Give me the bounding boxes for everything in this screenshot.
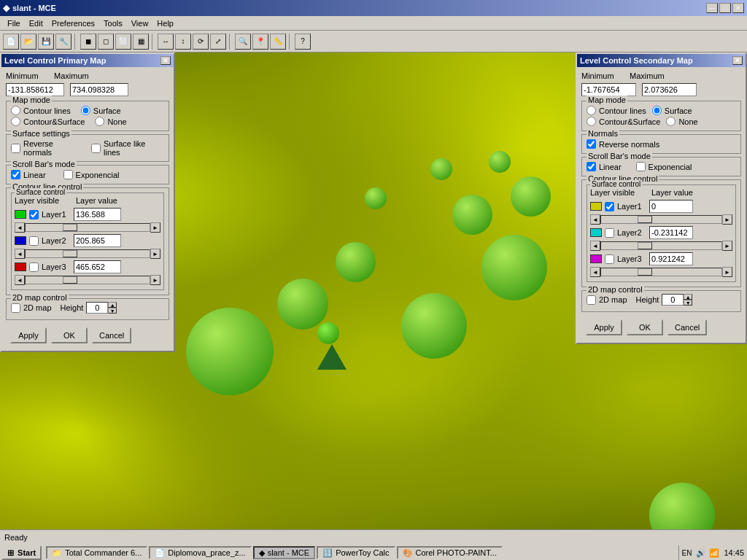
secondary-layer2-color[interactable] (590, 228, 602, 237)
toolbar-new[interactable]: 📄 (3, 34, 19, 50)
menu-edit[interactable]: Edit (25, 18, 47, 29)
primary-layer3-color[interactable] (15, 262, 26, 271)
secondary-layer2-track[interactable] (600, 241, 722, 250)
primary-layer2-track[interactable] (25, 249, 150, 258)
primary-layer3-input[interactable] (74, 260, 121, 273)
taskbar-item-2[interactable]: ◆ slant - MCE (253, 546, 315, 559)
primary-surface-radio[interactable] (81, 106, 90, 115)
secondary-layer3-checkbox[interactable] (605, 254, 614, 264)
taskbar-item-0[interactable]: 📁 Total Commander 6... (46, 546, 147, 559)
primary-exponencial-checkbox[interactable] (63, 170, 73, 179)
secondary-ok-button[interactable]: OK (627, 319, 663, 335)
secondary-layer3-color[interactable] (590, 254, 602, 263)
primary-layer1-track[interactable] (25, 223, 150, 232)
secondary-layer1-track[interactable] (600, 215, 722, 224)
primary-2d-map-checkbox[interactable] (11, 303, 20, 313)
primary-minimum-input[interactable] (6, 83, 64, 96)
toolbar-btn13[interactable]: 🔍 (235, 34, 251, 50)
primary-layer3-scroll-right[interactable]: ► (150, 275, 160, 285)
primary-contour-lines-radio[interactable] (11, 106, 20, 115)
secondary-contour-surface-radio[interactable] (587, 117, 596, 126)
secondary-layer1-scroll-right[interactable]: ► (722, 214, 732, 225)
primary-layer2-checkbox[interactable] (29, 236, 39, 246)
primary-layer1-scroll-left[interactable]: ◄ (15, 222, 25, 233)
secondary-layer3-scroll-left[interactable]: ◄ (590, 267, 600, 277)
toolbar-btn5[interactable]: ◼ (80, 34, 96, 50)
secondary-layer3-scroll-right[interactable]: ► (722, 267, 732, 277)
toolbar-btn4[interactable]: 🔧 (55, 34, 71, 50)
primary-map-close-button[interactable]: ✕ (160, 56, 171, 65)
secondary-layer3-track[interactable] (600, 268, 722, 276)
primary-layer3-checkbox[interactable] (29, 262, 39, 272)
toolbar-btn11[interactable]: ⟳ (193, 34, 209, 50)
primary-height-input[interactable] (86, 302, 108, 314)
secondary-linear-checkbox[interactable] (587, 162, 596, 171)
primary-layer3-scroll-left[interactable]: ◄ (15, 275, 25, 285)
menu-view[interactable]: View (127, 18, 153, 29)
secondary-height-up[interactable]: ▲ (684, 294, 692, 300)
secondary-maximum-input[interactable] (642, 83, 697, 96)
primary-cancel-button[interactable]: Cancel (92, 327, 131, 343)
primary-height-down[interactable]: ▼ (108, 308, 117, 314)
secondary-layer1-checkbox[interactable] (605, 202, 614, 211)
toolbar-help[interactable]: ? (295, 34, 311, 50)
toolbar-btn6[interactable]: ◻ (98, 34, 114, 50)
menu-help[interactable]: Help (152, 18, 178, 29)
minimize-button[interactable]: — (706, 3, 718, 13)
primary-linear-checkbox[interactable] (11, 170, 20, 179)
secondary-exponencial-checkbox[interactable] (636, 162, 646, 171)
secondary-reverse-normals-checkbox[interactable] (587, 139, 596, 149)
secondary-cancel-button[interactable]: Cancel (667, 319, 707, 335)
secondary-contour-lines-radio[interactable] (587, 106, 596, 115)
secondary-layer3-input[interactable] (649, 252, 693, 265)
secondary-layer2-input[interactable] (649, 226, 693, 239)
toolbar-btn14[interactable]: 📍 (252, 34, 268, 50)
primary-reverse-normals-checkbox[interactable] (11, 144, 20, 153)
menu-tools[interactable]: Tools (99, 18, 127, 29)
secondary-height-input[interactable] (662, 294, 684, 306)
toolbar-btn15[interactable]: 📏 (270, 34, 286, 50)
primary-none-radio[interactable] (95, 117, 104, 126)
primary-layer1-input[interactable] (74, 208, 121, 221)
secondary-none-radio[interactable] (666, 117, 676, 126)
toolbar-save[interactable]: 💾 (38, 34, 54, 50)
toolbar-btn10[interactable]: ↕ (175, 34, 191, 50)
secondary-layer2-scroll-right[interactable]: ► (722, 241, 732, 251)
maximize-button[interactable]: □ (719, 3, 731, 13)
close-button[interactable]: ✕ (732, 3, 744, 13)
primary-layer3-track[interactable] (25, 276, 150, 284)
primary-layer2-input[interactable] (74, 234, 121, 247)
secondary-layer2-scroll-left[interactable]: ◄ (590, 241, 600, 251)
toolbar-btn8[interactable]: ▦ (133, 34, 149, 50)
secondary-height-down[interactable]: ▼ (684, 300, 692, 306)
primary-maximum-input[interactable] (70, 83, 128, 96)
primary-layer2-scroll-right[interactable]: ► (150, 249, 160, 259)
primary-contour-surface-radio[interactable] (11, 117, 20, 126)
toolbar-open[interactable]: 📂 (20, 34, 36, 50)
secondary-2d-map-checkbox[interactable] (587, 295, 596, 305)
start-button[interactable]: ⊞ Start (1, 545, 42, 560)
taskbar-item-1[interactable]: 📄 Diplomova_prace_z... (149, 546, 251, 559)
secondary-layer1-input[interactable] (649, 200, 693, 213)
toolbar-btn7[interactable]: ⬜ (115, 34, 131, 50)
menu-file[interactable]: File (3, 18, 25, 29)
toolbar-btn9[interactable]: ↔ (158, 34, 174, 50)
secondary-apply-button[interactable]: Apply (586, 319, 622, 335)
primary-layer2-scroll-left[interactable]: ◄ (15, 249, 25, 259)
secondary-minimum-input[interactable] (581, 83, 636, 96)
secondary-map-close-button[interactable]: ✕ (732, 56, 743, 65)
primary-ok-button[interactable]: OK (51, 327, 88, 343)
primary-height-up[interactable]: ▲ (108, 302, 117, 308)
primary-layer2-color[interactable] (15, 236, 26, 245)
menu-preferences[interactable]: Preferences (47, 18, 99, 29)
primary-layer1-checkbox[interactable] (29, 210, 39, 219)
primary-surface-lines-checkbox[interactable] (91, 144, 101, 153)
primary-layer1-color[interactable] (15, 210, 26, 219)
primary-layer1-scroll-right[interactable]: ► (150, 222, 160, 233)
secondary-layer1-color[interactable] (590, 202, 602, 211)
secondary-surface-radio[interactable] (652, 106, 662, 115)
secondary-layer2-checkbox[interactable] (605, 228, 614, 238)
toolbar-btn12[interactable]: ⤢ (210, 34, 226, 50)
primary-apply-button[interactable]: Apply (10, 327, 47, 343)
secondary-layer1-scroll-left[interactable]: ◄ (590, 214, 600, 225)
